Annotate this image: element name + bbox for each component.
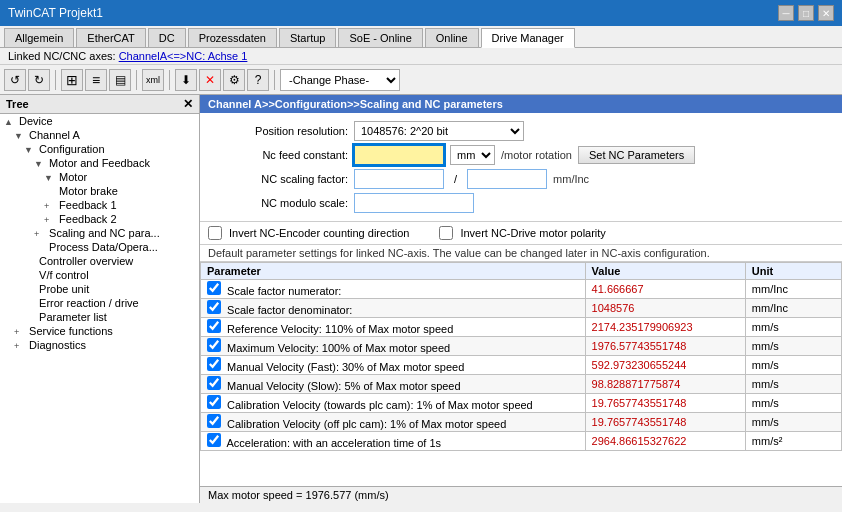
tree-label-feedback2: Feedback 2 xyxy=(59,213,116,225)
param-checkbox-6[interactable] xyxy=(207,395,221,409)
tree-item-feedback1[interactable]: + Feedback 1 xyxy=(0,198,199,212)
tab-online[interactable]: Online xyxy=(425,28,479,47)
param-checkbox-1[interactable] xyxy=(207,300,221,314)
param-checkbox-7[interactable] xyxy=(207,414,221,428)
param-value-1: 1048576 xyxy=(585,299,745,318)
toolbar-forward-button[interactable]: ↻ xyxy=(28,69,50,91)
param-value-4: 592.973230655244 xyxy=(585,356,745,375)
expand-icon-channela: ▼ xyxy=(14,131,26,141)
table-row: Acceleration: with an acceleration time … xyxy=(201,432,842,451)
main-layout: Tree ✕ ▲ Device ▼ Channel A ▼ Configurat… xyxy=(0,95,842,503)
invert-drive-checkbox[interactable] xyxy=(439,226,453,240)
tree-label-device: Device xyxy=(19,115,53,127)
table-row: Scale factor denominator: 1048576 mm/Inc xyxy=(201,299,842,318)
tree-item-configuration[interactable]: ▼ Configuration xyxy=(0,142,199,156)
tab-allgemein[interactable]: Allgemein xyxy=(4,28,74,47)
tab-drive-manager[interactable]: Drive Manager xyxy=(481,28,575,48)
tab-ethercat[interactable]: EtherCAT xyxy=(76,28,145,47)
breadcrumb-link[interactable]: ChannelA<=>NC: Achse 1 xyxy=(119,50,248,62)
nc-scaling-value1[interactable]: 41.666667 xyxy=(354,169,444,189)
position-resolution-select[interactable]: 1048576: 2^20 bit xyxy=(354,121,524,141)
nc-modulo-label: NC modulo scale: xyxy=(208,197,348,209)
toolbar-settings-button[interactable]: ⚙ xyxy=(223,69,245,91)
toolbar-view-button[interactable]: ▤ xyxy=(109,69,131,91)
param-cell: Calibration Velocity (towards plc cam): … xyxy=(201,394,586,413)
tree-item-probe-unit[interactable]: Probe unit xyxy=(0,282,199,296)
expand-icon-service-functions: + xyxy=(14,327,26,337)
param-cell: Manual Velocity (Fast): 30% of Max motor… xyxy=(201,356,586,375)
tree-item-channela[interactable]: ▼ Channel A xyxy=(0,128,199,142)
col-header-value: Value xyxy=(585,263,745,280)
tree-item-motor-feedback[interactable]: ▼ Motor and Feedback xyxy=(0,156,199,170)
toolbar-download-button[interactable]: ⬇ xyxy=(175,69,197,91)
param-checkbox-8[interactable] xyxy=(207,433,221,447)
param-checkbox-4[interactable] xyxy=(207,357,221,371)
table-row: Maximum Velocity: 100% of Max motor spee… xyxy=(201,337,842,356)
expand-icon-parameter-list xyxy=(24,313,36,323)
toolbar-xml-button[interactable]: xml xyxy=(142,69,164,91)
toolbar-separator-4 xyxy=(274,70,275,90)
tree-item-error-reaction[interactable]: Error reaction / drive xyxy=(0,296,199,310)
tab-prozessdaten[interactable]: Prozessdaten xyxy=(188,28,277,47)
toolbar-collapse-button[interactable]: ≡ xyxy=(85,69,107,91)
minimize-button[interactable]: ─ xyxy=(778,5,794,21)
checkbox-area: Invert NC-Encoder counting direction Inv… xyxy=(200,222,842,245)
expand-icon-motor-brake xyxy=(44,187,56,197)
nc-modulo-input[interactable]: 4294967295 xyxy=(354,193,474,213)
tree-label-service-functions: Service functions xyxy=(29,325,113,337)
tree-item-service-functions[interactable]: + Service functions xyxy=(0,324,199,338)
tree-item-feedback2[interactable]: + Feedback 2 xyxy=(0,212,199,226)
param-checkbox-0[interactable] xyxy=(207,281,221,295)
param-checkbox-5[interactable] xyxy=(207,376,221,390)
nc-feed-input[interactable]: 41.666667 xyxy=(354,145,444,165)
toolbar-refresh-button[interactable]: ↺ xyxy=(4,69,26,91)
expand-icon-diagnostics: + xyxy=(14,341,26,351)
toolbar-stop-button[interactable]: ✕ xyxy=(199,69,221,91)
invert-encoder-label: Invert NC-Encoder counting direction xyxy=(229,227,409,239)
form-area: Position resolution: 1048576: 2^20 bit N… xyxy=(200,113,842,222)
tree-item-diagnostics[interactable]: + Diagnostics xyxy=(0,338,199,352)
tree-item-motor-brake[interactable]: Motor brake xyxy=(0,184,199,198)
tree-item-device[interactable]: ▲ Device xyxy=(0,114,199,128)
tree-item-vf-control[interactable]: V/f control xyxy=(0,268,199,282)
tree-item-scaling-nc[interactable]: + Scaling and NC para... xyxy=(0,226,199,240)
param-cell: Maximum Velocity: 100% of Max motor spee… xyxy=(201,337,586,356)
tab-dc[interactable]: DC xyxy=(148,28,186,47)
tab-soe-online[interactable]: SoE - Online xyxy=(338,28,422,47)
nc-feed-label: Nc feed constant: xyxy=(208,149,348,161)
expand-icon-controller-overview xyxy=(24,257,36,267)
expand-icon-motor-feedback: ▼ xyxy=(34,159,46,169)
close-button[interactable]: ✕ xyxy=(818,5,834,21)
tree-item-parameter-list[interactable]: Parameter list xyxy=(0,310,199,324)
position-resolution-row: Position resolution: 1048576: 2^20 bit xyxy=(208,121,834,141)
col-header-unit: Unit xyxy=(745,263,841,280)
param-checkbox-2[interactable] xyxy=(207,319,221,333)
table-row: Calibration Velocity (off plc cam): 1% o… xyxy=(201,413,842,432)
tree-label-feedback1: Feedback 1 xyxy=(59,199,116,211)
param-name-1: Scale factor denominator: xyxy=(227,304,352,316)
nc-scaling-value2[interactable]: 1048576 xyxy=(467,169,547,189)
tree-label-probe-unit: Probe unit xyxy=(39,283,89,295)
tree-label-parameter-list: Parameter list xyxy=(39,311,107,323)
invert-encoder-checkbox[interactable] xyxy=(208,226,222,240)
toolbar-help-button[interactable]: ? xyxy=(247,69,269,91)
tree-item-motor[interactable]: ▼ Motor xyxy=(0,170,199,184)
tree-label-motor: Motor xyxy=(59,171,87,183)
tree-header: Tree ✕ xyxy=(0,95,199,114)
tree-item-process-data[interactable]: Process Data/Opera... xyxy=(0,240,199,254)
set-nc-parameters-button[interactable]: Set NC Parameters xyxy=(578,146,695,164)
maximize-button[interactable]: □ xyxy=(798,5,814,21)
phase-dropdown[interactable]: -Change Phase- xyxy=(280,69,400,91)
param-unit-8: mm/s² xyxy=(745,432,841,451)
tree-label-motor-feedback: Motor and Feedback xyxy=(49,157,150,169)
param-checkbox-3[interactable] xyxy=(207,338,221,352)
table-row: Manual Velocity (Slow): 5% of Max motor … xyxy=(201,375,842,394)
invert-encoder-row: Invert NC-Encoder counting direction xyxy=(208,226,409,240)
param-name-6: Calibration Velocity (towards plc cam): … xyxy=(227,399,533,411)
position-resolution-label: Position resolution: xyxy=(208,125,348,137)
tree-close-button[interactable]: ✕ xyxy=(183,97,193,111)
nc-feed-unit-select[interactable]: mm xyxy=(450,145,495,165)
tab-startup[interactable]: Startup xyxy=(279,28,336,47)
toolbar-tree-button[interactable]: ⊞ xyxy=(61,69,83,91)
tree-item-controller-overview[interactable]: Controller overview xyxy=(0,254,199,268)
